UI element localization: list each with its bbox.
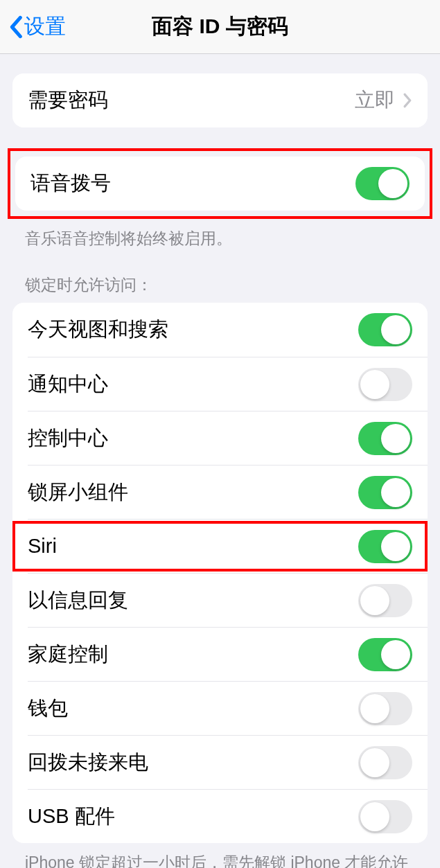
lock-access-row: 今天视图和搜索 <box>12 303 428 357</box>
toggle-knob <box>360 802 389 831</box>
require-passcode-section: 需要密码 立即 <box>12 73 428 127</box>
lock-access-toggle[interactable] <box>358 692 412 725</box>
page-title: 面容 ID 与密码 <box>152 12 288 41</box>
toggle-knob <box>381 315 410 344</box>
back-label: 设置 <box>24 12 66 41</box>
lock-access-row: USB 配件 <box>28 789 428 843</box>
voice-dial-toggle[interactable] <box>355 167 410 200</box>
lock-access-row: 以信息回复 <box>28 573 428 627</box>
lock-access-label: USB 配件 <box>28 803 358 831</box>
lock-access-footer: iPhone 锁定超过一小时后，需先解锁 iPhone 才能允许 USB 配件连… <box>25 851 415 868</box>
back-button[interactable]: 设置 <box>0 12 66 41</box>
lock-access-toggle[interactable] <box>358 368 412 401</box>
require-passcode-row[interactable]: 需要密码 立即 <box>12 73 428 127</box>
toggle-knob <box>360 586 389 615</box>
lock-access-section: 今天视图和搜索通知中心控制中心锁屏小组件Siri以信息回复家庭控制钱包回拨未接来… <box>12 303 428 843</box>
lock-access-toggle[interactable] <box>358 313 412 346</box>
lock-access-toggle[interactable] <box>358 530 412 563</box>
require-passcode-value: 立即 <box>355 87 395 114</box>
require-passcode-label: 需要密码 <box>28 87 355 114</box>
chevron-right-icon <box>403 93 412 108</box>
lock-access-label: 回拨未接来电 <box>28 749 358 777</box>
lock-access-toggle[interactable] <box>358 584 412 617</box>
lock-access-label: 通知中心 <box>28 371 358 398</box>
toggle-knob <box>381 478 410 507</box>
toggle-knob <box>360 694 389 723</box>
lock-access-row: 通知中心 <box>28 357 428 411</box>
lock-access-toggle[interactable] <box>358 638 412 671</box>
lock-access-label: 以信息回复 <box>28 587 358 614</box>
lock-access-label: Siri <box>28 535 358 558</box>
lock-access-row: Siri <box>28 519 428 573</box>
lock-access-label: 家庭控制 <box>28 641 358 668</box>
lock-access-row: 家庭控制 <box>28 627 428 681</box>
voice-dial-highlight: 语音拨号 <box>8 148 432 219</box>
chevron-left-icon <box>8 15 23 39</box>
voice-dial-row: 语音拨号 <box>15 157 425 211</box>
lock-access-label: 钱包 <box>28 695 358 723</box>
lock-access-toggle[interactable] <box>358 800 412 833</box>
navigation-bar: 设置 面容 ID 与密码 <box>0 0 440 54</box>
toggle-knob <box>360 370 389 399</box>
voice-dial-footer: 音乐语音控制将始终被启用。 <box>25 227 415 249</box>
lock-access-label: 锁屏小组件 <box>28 479 358 506</box>
voice-dial-label: 语音拨号 <box>30 170 355 197</box>
toggle-knob <box>381 640 410 669</box>
lock-access-header: 锁定时允许访问： <box>25 274 415 296</box>
lock-access-row: 回拨未接来电 <box>28 735 428 789</box>
lock-access-row: 钱包 <box>28 681 428 735</box>
voice-dial-section: 语音拨号 <box>15 157 425 211</box>
lock-access-toggle[interactable] <box>358 422 412 455</box>
lock-access-toggle[interactable] <box>358 746 412 779</box>
lock-access-row: 锁屏小组件 <box>28 465 428 519</box>
toggle-knob <box>378 169 407 198</box>
toggle-knob <box>381 424 410 453</box>
lock-access-toggle[interactable] <box>358 476 412 509</box>
toggle-knob <box>381 532 410 561</box>
lock-access-label: 控制中心 <box>28 425 358 452</box>
toggle-knob <box>360 748 389 777</box>
lock-access-row: 控制中心 <box>28 411 428 465</box>
lock-access-label: 今天视图和搜索 <box>28 316 358 344</box>
